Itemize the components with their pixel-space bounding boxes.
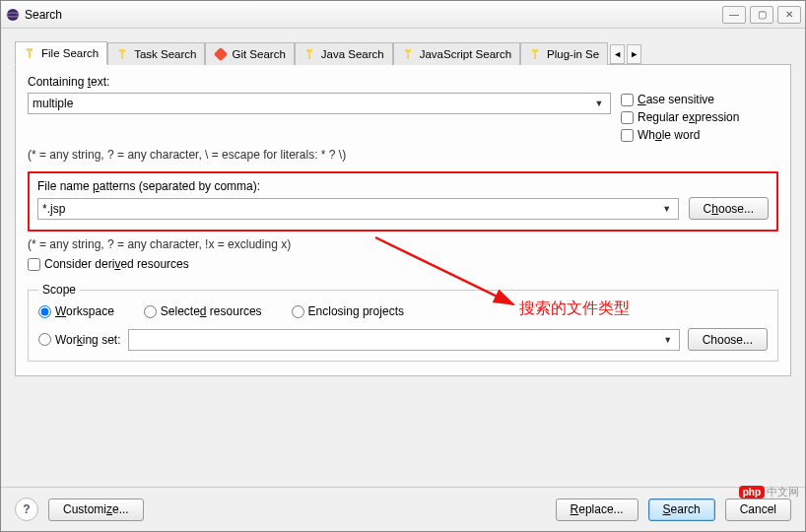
tab-plugin-search[interactable]: Plug-in Se <box>520 42 608 65</box>
tab-label: Plug-in Se <box>547 48 599 60</box>
tab-javascript-search[interactable]: JavaScript Search <box>393 42 520 65</box>
tab-label: Task Search <box>134 48 196 60</box>
tab-file-search[interactable]: File Search <box>15 41 107 65</box>
choose-working-set-button[interactable]: Choose... <box>688 328 768 351</box>
containing-text-field[interactable]: ▼ <box>28 93 611 114</box>
dialog-footer: ? Customize... Replace... Search Cancel <box>1 487 805 531</box>
scope-workspace-radio[interactable]: Workspace <box>38 304 114 318</box>
window-title: Search <box>25 8 62 22</box>
badge-text: 中文网 <box>767 485 799 499</box>
tab-java-search[interactable]: Java Search <box>295 42 393 65</box>
tab-scroll-left[interactable]: ◄ <box>610 44 625 64</box>
choose-patterns-button[interactable]: Choose... <box>689 197 769 220</box>
svg-rect-7 <box>306 49 312 52</box>
svg-rect-9 <box>405 49 411 52</box>
flashlight-icon <box>24 46 37 60</box>
search-button[interactable]: Search <box>648 499 715 521</box>
tab-scroll-right[interactable]: ► <box>627 44 641 64</box>
containing-hint: (* = any string, ? = any character, \ = … <box>28 148 778 162</box>
svg-rect-10 <box>407 52 409 59</box>
svg-rect-5 <box>121 52 123 59</box>
flashlight-icon <box>402 47 416 61</box>
flashlight-icon <box>116 47 130 61</box>
working-set-field[interactable]: ▼ <box>128 329 679 351</box>
tab-label: JavaScript Search <box>420 48 511 60</box>
svg-point-0 <box>7 9 19 21</box>
maximize-button[interactable]: ▢ <box>750 6 773 24</box>
cancel-button[interactable]: Cancel <box>725 499 791 521</box>
derived-checkbox[interactable]: Consider derived resources <box>28 257 778 271</box>
watermark: php 中文网 <box>739 485 799 499</box>
customize-button[interactable]: Customize... <box>48 499 144 521</box>
containing-text-label: Containing text: <box>28 75 778 89</box>
minimize-button[interactable]: — <box>722 6 746 24</box>
file-patterns-label: File name patterns (separated by comma): <box>37 179 769 193</box>
scope-group: Scope Workspace Selected resources Enclo… <box>28 283 778 362</box>
tab-bar: File Search Task Search Git Search Java … <box>15 40 791 65</box>
dropdown-icon[interactable]: ▼ <box>660 204 674 214</box>
search-dialog: Search — ▢ ✕ File Search Task Search Git… <box>0 0 806 532</box>
window-controls: — ▢ ✕ <box>722 6 801 24</box>
php-badge: php <box>739 486 765 499</box>
search-panel: Containing text: ▼ Case sensitive Regula… <box>15 65 791 376</box>
scope-enclosing-radio[interactable]: Enclosing projects <box>292 304 404 318</box>
tab-label: Java Search <box>321 48 384 60</box>
options-column: Case sensitive Regular expression Whole … <box>621 93 778 142</box>
dropdown-icon[interactable]: ▼ <box>592 99 606 108</box>
regex-checkbox[interactable]: Regular expression <box>621 110 778 124</box>
git-icon <box>214 47 228 61</box>
file-pattern-highlight: File name patterns (separated by comma):… <box>28 171 778 232</box>
scope-selected-radio[interactable]: Selected resources <box>144 304 262 318</box>
file-patterns-field[interactable]: ▼ <box>37 198 679 220</box>
flashlight-icon <box>529 47 543 61</box>
svg-rect-8 <box>308 52 310 59</box>
whole-word-checkbox[interactable]: Whole word <box>621 128 778 142</box>
svg-rect-3 <box>29 51 31 58</box>
svg-rect-6 <box>214 47 228 61</box>
patterns-hint: (* = any string, ? = any character, !x =… <box>28 237 778 251</box>
tab-label: Git Search <box>232 48 285 60</box>
tab-label: File Search <box>41 47 99 59</box>
case-sensitive-checkbox[interactable]: Case sensitive <box>621 93 778 106</box>
titlebar: Search — ▢ ✕ <box>1 1 805 29</box>
containing-text-input[interactable] <box>33 97 592 110</box>
svg-rect-11 <box>532 49 538 52</box>
eclipse-icon <box>5 7 21 23</box>
help-icon[interactable]: ? <box>15 498 38 521</box>
tab-task-search[interactable]: Task Search <box>107 42 205 65</box>
file-patterns-input[interactable] <box>42 202 660 216</box>
svg-rect-4 <box>119 49 125 52</box>
flashlight-icon <box>303 47 317 61</box>
tab-git-search[interactable]: Git Search <box>205 42 294 65</box>
dropdown-icon[interactable]: ▼ <box>661 335 675 345</box>
close-button[interactable]: ✕ <box>777 6 801 24</box>
scope-working-set-radio[interactable]: Working set: <box>38 333 120 347</box>
scope-legend: Scope <box>38 283 80 297</box>
dialog-content: File Search Task Search Git Search Java … <box>1 29 805 388</box>
svg-rect-12 <box>534 52 536 59</box>
svg-rect-2 <box>27 48 33 51</box>
replace-button[interactable]: Replace... <box>556 499 638 521</box>
